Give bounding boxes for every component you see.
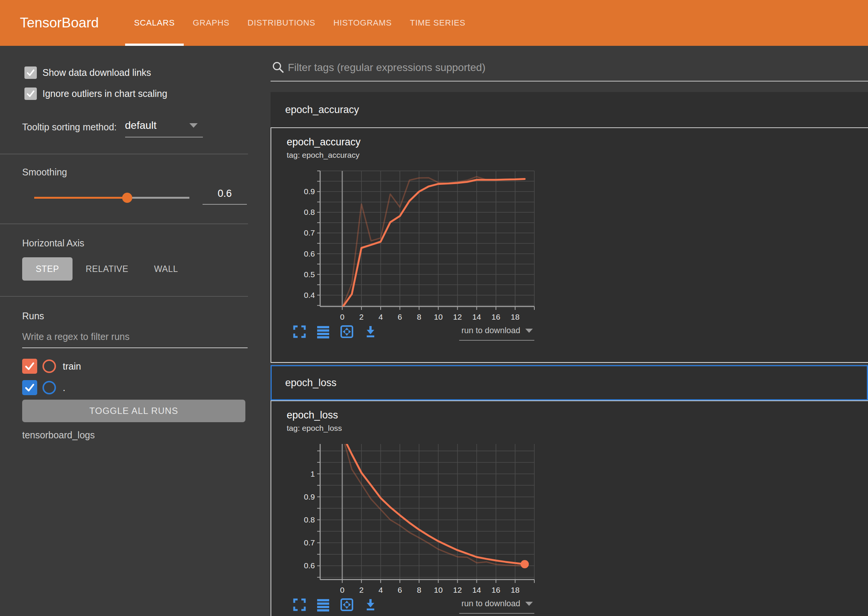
svg-text:12: 12 [453, 313, 462, 321]
smoothing-slider[interactable] [34, 193, 189, 203]
check-icon [24, 382, 36, 394]
svg-text:12: 12 [453, 586, 462, 594]
toggle-all-runs-button[interactable]: TOGGLE ALL RUNS [22, 400, 245, 422]
ignore-outliers-label: Ignore outliers in chart scaling [42, 88, 167, 99]
tensorboard-app: TensorBoard SCALARS GRAPHS DISTRIBUTIONS… [0, 0, 868, 616]
axis-relative-button[interactable]: RELATIVE [86, 257, 129, 281]
main-content: epoch_accuracy epoch_accuracy tag: epoch… [270, 46, 868, 616]
tooltip-sorting-value: default [125, 119, 157, 132]
run-row-train: train [22, 359, 81, 374]
run-color-swatch [42, 381, 56, 394]
svg-text:6: 6 [398, 586, 402, 594]
svg-text:0.4: 0.4 [304, 291, 315, 299]
svg-text:0.6: 0.6 [304, 561, 315, 570]
loss-line-chart[interactable]: 0.60.70.80.91024681012141618 [297, 441, 545, 596]
svg-text:8: 8 [417, 586, 421, 594]
tab-scalars[interactable]: SCALARS [125, 0, 184, 46]
tab-distributions[interactable]: DISTRIBUTIONS [239, 0, 324, 46]
ignore-outliers-checkbox[interactable] [24, 88, 37, 100]
expand-chart-icon[interactable] [293, 598, 306, 611]
chart-tag-subtitle: tag: epoch_accuracy [287, 151, 360, 160]
section-epoch-accuracy: epoch_accuracy epoch_accuracy tag: epoch… [270, 92, 868, 363]
runs-regex-input[interactable] [22, 331, 248, 348]
chart-toolbar [293, 598, 377, 611]
svg-text:8: 8 [417, 313, 421, 321]
main-tabs: SCALARS GRAPHS DISTRIBUTIONS HISTOGRAMS … [125, 0, 475, 46]
svg-text:0.9: 0.9 [304, 187, 315, 196]
smoothing-label: Smoothing [22, 167, 67, 178]
run-dot-checkbox[interactable] [22, 380, 37, 395]
chevron-down-icon [189, 123, 198, 128]
run-row-dot: . [22, 380, 65, 395]
chevron-down-icon [525, 602, 533, 606]
sidebar-divider [0, 154, 248, 154]
fit-domain-icon[interactable] [340, 598, 354, 611]
svg-text:0.7: 0.7 [304, 228, 315, 237]
chart-title: epoch_accuracy [287, 136, 361, 148]
section-header-epoch-accuracy[interactable]: epoch_accuracy [270, 92, 868, 127]
svg-text:0.5: 0.5 [304, 270, 315, 279]
run-to-download-dropdown[interactable]: run to download [459, 326, 534, 341]
fit-domain-icon[interactable] [340, 325, 354, 338]
svg-text:16: 16 [492, 313, 500, 321]
data-table-icon[interactable] [316, 325, 330, 338]
svg-text:14: 14 [472, 313, 481, 321]
sidebar-divider [0, 296, 248, 297]
svg-text:0: 0 [340, 313, 344, 321]
svg-text:18: 18 [511, 313, 519, 321]
svg-text:0.7: 0.7 [304, 538, 315, 547]
search-icon [272, 61, 285, 74]
sidebar-divider [0, 223, 248, 224]
svg-text:2: 2 [359, 586, 364, 594]
tab-time-series[interactable]: TIME SERIES [401, 0, 475, 46]
smoothing-value-field[interactable]: 0.6 [203, 188, 247, 205]
filter-underline [270, 81, 868, 82]
show-download-links-row: Show data download links [24, 66, 151, 79]
runs-title: Runs [22, 311, 44, 322]
show-download-links-checkbox[interactable] [24, 66, 37, 79]
section-header-epoch-loss[interactable]: epoch_loss [270, 365, 868, 401]
check-icon [25, 68, 36, 78]
run-color-swatch [42, 360, 56, 373]
download-icon[interactable] [364, 598, 377, 611]
svg-text:4: 4 [378, 313, 383, 321]
tab-histograms[interactable]: HISTOGRAMS [324, 0, 401, 46]
log-directory-label: tensorboard_logs [22, 430, 95, 441]
svg-text:6: 6 [398, 313, 402, 321]
chart-card-epoch-loss: epoch_loss tag: epoch_loss 0.60.70.80.91… [270, 401, 868, 616]
check-icon [24, 360, 36, 372]
axis-step-button[interactable]: STEP [22, 257, 72, 281]
download-icon[interactable] [364, 325, 377, 338]
chart-card-epoch-accuracy: epoch_accuracy tag: epoch_accuracy 0.40.… [270, 128, 868, 363]
tab-graphs[interactable]: GRAPHS [184, 0, 239, 46]
app-logo: TensorBoard [20, 15, 99, 31]
tooltip-sorting-dropdown[interactable]: default [125, 119, 203, 137]
run-to-download-dropdown[interactable]: run to download [459, 599, 534, 614]
axis-wall-button[interactable]: WALL [154, 257, 178, 281]
data-table-icon[interactable] [316, 598, 330, 611]
svg-text:4: 4 [378, 586, 383, 594]
chart-title: epoch_loss [287, 409, 338, 421]
settings-sidebar: Show data download links Ignore outliers… [0, 46, 270, 616]
run-train-checkbox[interactable] [22, 359, 37, 374]
run-dot-label: . [63, 382, 65, 393]
section-epoch-loss: epoch_loss epoch_loss tag: epoch_loss 0.… [270, 365, 868, 616]
tag-filter-input[interactable] [288, 59, 844, 77]
svg-text:16: 16 [492, 586, 500, 594]
slider-thumb[interactable] [122, 193, 132, 203]
chevron-down-icon [525, 328, 533, 333]
accuracy-line-chart[interactable]: 0.40.50.60.70.80.9024681012141618 [297, 168, 545, 323]
svg-text:10: 10 [434, 313, 443, 321]
run-train-label: train [63, 361, 81, 372]
chart-toolbar [293, 325, 377, 338]
horizontal-axis-label: Horizontal Axis [22, 238, 84, 249]
svg-text:18: 18 [511, 586, 519, 594]
svg-text:10: 10 [434, 586, 443, 594]
app-header: TensorBoard SCALARS GRAPHS DISTRIBUTIONS… [0, 0, 868, 46]
svg-text:2: 2 [359, 313, 364, 321]
ignore-outliers-row: Ignore outliers in chart scaling [24, 88, 167, 100]
chart-tag-subtitle: tag: epoch_loss [287, 424, 342, 433]
expand-chart-icon[interactable] [293, 325, 306, 338]
svg-text:0.9: 0.9 [304, 492, 315, 501]
svg-text:0.8: 0.8 [304, 515, 315, 524]
